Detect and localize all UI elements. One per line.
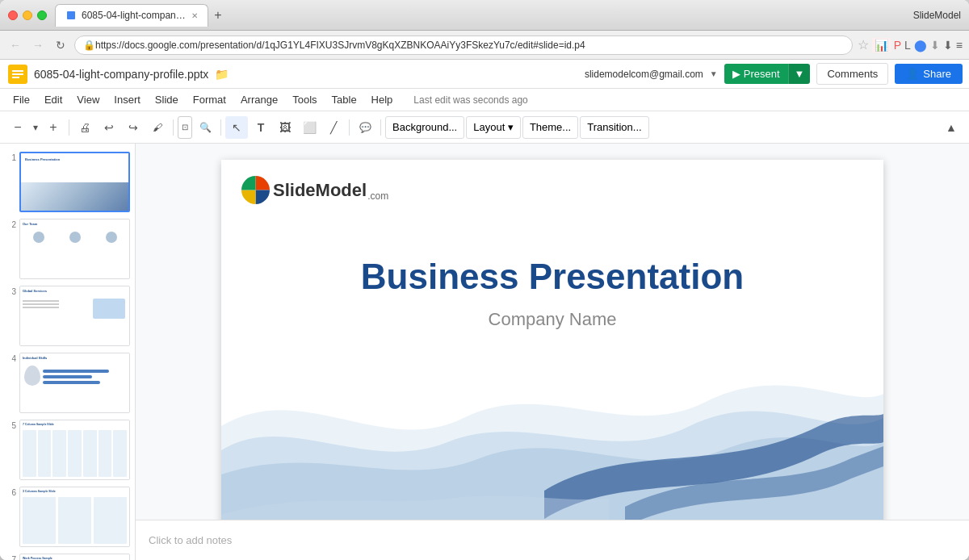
ext-icon-5[interactable]: ⬇ [930,39,940,52]
layout-button[interactable]: Layout ▾ [466,116,521,139]
slide-wave-bg [221,329,883,520]
browser-actions: ☆ 📊 P L ⬤ ⬇ ⬇ ≡ [858,37,963,52]
ext-icon-3[interactable]: L [904,39,911,52]
menu-slide[interactable]: Slide [149,92,185,107]
theme-button[interactable]: Theme... [522,116,578,139]
comments-button[interactable]: Comments [816,63,888,85]
slide-num-1: 1 [5,153,16,162]
menu-help[interactable]: Help [365,92,400,107]
address-input[interactable]: 🔒 https://docs.google.com/presentation/d… [74,36,853,55]
present-button-group[interactable]: ▶ Present ▼ [724,64,811,84]
ext-icon-6[interactable]: ⬇ [943,39,953,52]
present-main-button[interactable]: ▶ Present [724,64,788,84]
back-button[interactable]: ← [6,36,24,54]
present-dropdown-button[interactable]: ▼ [788,64,811,84]
slide-thumb-6[interactable]: 6 3 Columns Sample Slide [3,485,132,549]
slide-thumb-2[interactable]: 2 Our Team [3,217,132,281]
folder-icon[interactable]: 📁 [215,68,229,81]
slide-preview-4[interactable]: Individual Skills [19,353,130,413]
tab-favicon [65,10,77,21]
shape-tool[interactable]: ⬜ [298,116,321,139]
collapse-panel-button[interactable]: ▲ [940,116,963,139]
slide-num-4: 4 [5,354,16,363]
slide-preview-6[interactable]: 3 Columns Sample Slide [19,487,130,547]
close-button[interactable] [8,10,18,20]
zoom-menu-button[interactable]: ▾ [31,116,40,139]
zoom-fit-button[interactable]: ⊡ [178,116,192,139]
slide-thumb-4[interactable]: 4 Individual Skills [3,351,132,415]
menu-tools[interactable]: Tools [286,92,323,107]
zoom-in-button[interactable]: + [42,116,65,139]
slide-preview-7[interactable]: Work Process Sample [19,554,130,560]
ext-icon-2[interactable]: P [894,39,901,52]
app-window: 6085-04-light-company-pr... ✕ + SlideMod… [0,0,969,560]
image-tool[interactable]: 🖼 [274,116,296,139]
new-tab-button[interactable]: + [208,6,228,25]
ext-icon-4[interactable]: ⬤ [914,39,927,52]
slide-preview-5[interactable]: 7 Column Sample Slide [19,420,130,480]
svg-rect-3 [12,77,19,78]
canvas-scroll[interactable]: SlideModel .com Business Presentation Co… [136,144,969,520]
toolbar-separator-5 [380,119,381,136]
print-button[interactable]: 🖨 [73,116,96,139]
menu-arrange[interactable]: Arrange [234,92,284,107]
menu-table[interactable]: Table [325,92,363,107]
tab-label: 6085-04-light-company-pr... [82,10,187,21]
menu-format[interactable]: Format [187,92,233,107]
slide-thumb-7[interactable]: 7 Work Process Sample [3,552,132,560]
refresh-button[interactable]: ↻ [52,36,69,54]
person-icon: 👤 [906,68,919,80]
menu-edit[interactable]: Edit [38,92,69,107]
address-url: https://docs.google.com/presentation/d/1… [95,40,585,51]
tab-close-icon[interactable]: ✕ [191,11,198,20]
https-label: 🔒 [83,40,95,51]
email-dropdown-icon[interactable]: ▼ [710,69,718,78]
redo-button[interactable]: ↪ [122,116,145,139]
ext-icon-7[interactable]: ≡ [956,39,963,52]
slide-preview-3[interactable]: Global Services [19,286,130,346]
slide-num-2: 2 [5,220,16,229]
present-label: Present [744,68,780,80]
slide-logo-area: SlideModel .com [241,176,388,204]
background-button[interactable]: Background... [385,116,464,139]
slide-preview-1[interactable]: Business Presentation [19,152,130,212]
text-tool[interactable]: T [250,116,272,139]
slide-canvas[interactable]: SlideModel .com Business Presentation Co… [221,160,883,520]
forward-button[interactable]: → [29,36,47,54]
minimize-button[interactable] [23,10,32,20]
toolbar: − ▾ + 🖨 ↩ ↪ 🖌 ⊡ 🔍 ↖ T 🖼 ⬜ ╱ 💬 Background… [0,111,969,144]
maximize-button[interactable] [37,10,47,20]
menu-insert[interactable]: Insert [107,92,147,107]
zoom-percent-button[interactable]: 🔍 [194,116,216,139]
app-logo [6,63,29,86]
paint-format-button[interactable]: 🖌 [146,116,169,139]
main-content: 1 Business Presentation 2 Our Team [0,144,969,560]
undo-button[interactable]: ↩ [98,116,120,139]
transition-button[interactable]: Transition... [580,116,648,139]
slide-num-3: 3 [5,287,16,296]
ext-icon-1[interactable]: 📊 [872,38,891,52]
line-tool[interactable]: ╱ [322,116,345,139]
zoom-out-button[interactable]: − [6,116,29,139]
tab-bar: 6085-04-light-company-pr... ✕ + [55,4,913,27]
play-icon: ▶ [732,68,740,80]
slide-preview-2[interactable]: Our Team [19,219,130,279]
share-label: Share [923,68,951,80]
user-email: slidemodelcom@gmail.com [585,69,703,80]
title-bar-right: SlideModel [913,10,961,21]
star-icon[interactable]: ☆ [858,37,869,52]
slide-thumb-1[interactable]: 1 Business Presentation [3,150,132,214]
slide-thumb-3[interactable]: 3 Global Services [3,284,132,348]
canvas-area: SlideModel .com Business Presentation Co… [136,144,969,560]
edit-status: Last edit was seconds ago [413,94,527,106]
slide-thumb-5[interactable]: 5 7 Column Sample Slide [3,418,132,482]
share-button[interactable]: 👤 Share [895,64,963,84]
header-right: slidemodelcom@gmail.com ▼ ▶ Present ▼ Co… [585,63,963,85]
select-tool[interactable]: ↖ [225,116,248,139]
slides-panel: 1 Business Presentation 2 Our Team [0,144,136,560]
notes-area[interactable]: Click to add notes [136,520,969,560]
menu-file[interactable]: File [6,92,36,107]
menu-view[interactable]: View [70,92,106,107]
browser-tab[interactable]: 6085-04-light-company-pr... ✕ [55,4,208,27]
comment-tool[interactable]: 💬 [354,116,376,139]
